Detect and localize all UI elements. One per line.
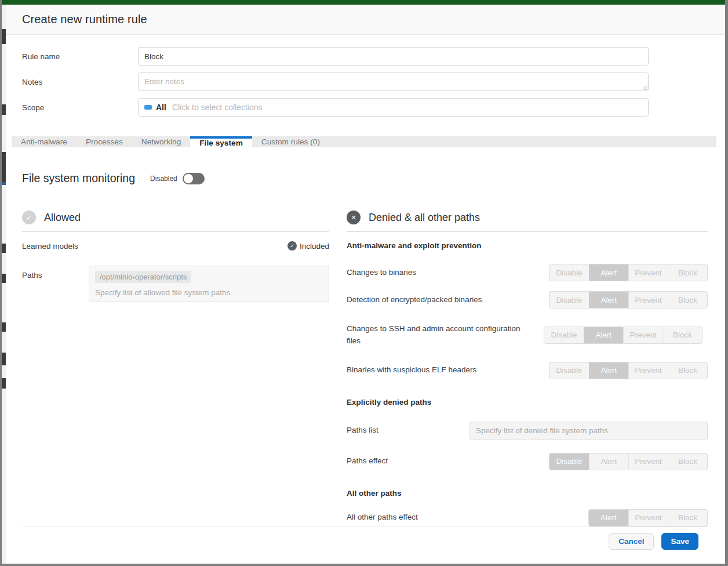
effect-block-button[interactable]: Block [663, 327, 702, 343]
encrypted-binaries-effect-group: Disable Alert Prevent Block [549, 291, 708, 309]
background-fragment [2, 244, 6, 253]
denied-section: Denied & all other paths Anti-malware an… [347, 211, 708, 527]
background-fragment [2, 353, 6, 365]
effect-disable-button[interactable]: Disable [549, 453, 589, 470]
changes-to-binaries-effect-group: Disable Alert Prevent Block [549, 264, 708, 281]
paths-list-label: Paths list [347, 424, 469, 437]
rule-name-label: Rule name [22, 52, 138, 61]
effect-block-button[interactable]: Block [668, 264, 707, 281]
background-fragment [2, 378, 6, 389]
effect-disable-button[interactable]: Disable [549, 362, 589, 379]
effect-disable-button[interactable]: Disable [544, 327, 584, 343]
changes-to-binaries-row: Changes to binaries Disable Alert Preven… [347, 264, 708, 281]
effect-alert-button[interactable]: Alert [589, 453, 628, 470]
monitoring-title: File system monitoring [22, 172, 135, 185]
effect-prevent-button[interactable]: Prevent [628, 510, 668, 526]
antimalware-heading: Anti-malware and exploit prevention [347, 241, 708, 250]
background-fragment [2, 322, 6, 332]
effect-block-button[interactable]: Block [668, 292, 707, 308]
effect-alert-button[interactable]: Alert [589, 362, 628, 379]
background-fragment [2, 29, 6, 44]
paths-list-row: Paths list [347, 422, 708, 440]
scope-collections-field[interactable]: All Click to select collections [138, 98, 649, 117]
encrypted-binaries-label: Detection of encrypted/packed binaries [347, 294, 549, 306]
background-fragment [2, 104, 6, 115]
rule-name-row: Rule name [22, 47, 725, 66]
effect-prevent-button[interactable]: Prevent [628, 362, 668, 379]
denied-title: Denied & all other paths [369, 212, 480, 224]
background-fragment [2, 152, 6, 182]
ssh-config-label: Changes to SSH and admin account configu… [347, 323, 544, 347]
allowed-header: Allowed [22, 211, 329, 232]
effect-disable-button[interactable]: Disable [549, 264, 589, 281]
ssh-config-row: Changes to SSH and admin account configu… [347, 323, 708, 347]
denied-paths-input[interactable] [469, 422, 708, 440]
background-page-sliver [2, 5, 6, 564]
tab-anti-malware[interactable]: Anti-malware [12, 136, 77, 147]
dialog-header: Create new runtime rule [6, 5, 725, 35]
paths-effect-label: Paths effect [347, 455, 549, 467]
rule-meta-form: Rule name Notes Scope All Click to selec… [6, 35, 725, 124]
all-other-paths-effect-group: Alert Prevent Block [588, 509, 708, 527]
dialog-footer: Cancel Save [22, 527, 708, 556]
effect-alert-button[interactable]: Alert [584, 327, 623, 343]
effect-alert-button[interactable]: Alert [589, 510, 628, 526]
denied-x-icon [347, 211, 361, 224]
background-fragment [2, 182, 6, 185]
toggle-knob [184, 174, 193, 183]
rule-tabs: Anti-malware Processes Networking File s… [12, 136, 716, 147]
scope-placeholder: Click to select collections [172, 103, 263, 112]
top-brand-bar [0, 0, 728, 5]
effect-block-button[interactable]: Block [668, 510, 707, 526]
included-check-icon [287, 241, 297, 251]
notes-row: Notes [22, 72, 725, 91]
allowed-title: Allowed [44, 212, 81, 224]
allowed-check-icon [22, 211, 36, 224]
monitoring-header-row: File system monitoring Disabled [22, 172, 708, 185]
encrypted-binaries-row: Detection of encrypted/packed binaries D… [347, 291, 708, 309]
scope-label: Scope [22, 103, 138, 112]
tab-networking[interactable]: Networking [132, 136, 190, 147]
create-runtime-rule-dialog: Create new runtime rule Rule name Notes … [6, 5, 725, 564]
app-window: Create new runtime rule Rule name Notes … [0, 0, 728, 566]
collection-swatch-icon [144, 105, 152, 110]
scope-row: Scope All Click to select collections [22, 98, 725, 117]
effect-block-button[interactable]: Block [668, 362, 707, 379]
elf-headers-row: Binaries with suspicious ELF headers Dis… [347, 362, 708, 379]
effect-prevent-button[interactable]: Prevent [628, 292, 668, 308]
allowed-path-chip[interactable]: /opt/minio-operator/scripts [95, 271, 191, 283]
explicitly-denied-heading: Explicitly denied paths [347, 398, 708, 407]
tab-custom-rules[interactable]: Custom rules (0) [252, 136, 329, 147]
scope-selected-value: All [156, 103, 166, 112]
cancel-button[interactable]: Cancel [609, 533, 654, 550]
rule-name-input[interactable] [138, 47, 649, 66]
file-system-panel: File system monitoring Disabled Allowed … [6, 147, 725, 565]
save-button[interactable]: Save [661, 533, 698, 550]
background-fragment [2, 274, 6, 283]
tab-processes[interactable]: Processes [77, 136, 132, 147]
monitoring-toggle[interactable] [183, 173, 205, 184]
effect-prevent-button[interactable]: Prevent [628, 453, 668, 470]
footer-spacer [22, 556, 708, 565]
changes-to-binaries-label: Changes to binaries [347, 267, 549, 279]
effect-disable-button[interactable]: Disable [549, 292, 589, 308]
elf-headers-label: Binaries with suspicious ELF headers [347, 364, 549, 376]
learned-models-status: Included [287, 241, 329, 251]
tab-file-system[interactable]: File system [190, 136, 252, 147]
notes-input[interactable] [138, 72, 649, 91]
allowed-paths-placeholder: Specify list of allowed file system path… [95, 288, 323, 297]
allowed-paths-input[interactable]: /opt/minio-operator/scripts Specify list… [89, 266, 329, 302]
learned-models-label: Learned models [22, 242, 78, 251]
effect-block-button[interactable]: Block [668, 453, 707, 470]
paths-effect-row: Paths effect Disable Alert Prevent Block [347, 453, 708, 470]
effect-prevent-button[interactable]: Prevent [628, 264, 668, 281]
effect-alert-button[interactable]: Alert [589, 292, 628, 308]
denied-header: Denied & all other paths [347, 211, 708, 232]
allowed-paths-row: Paths /opt/minio-operator/scripts Specif… [22, 266, 329, 302]
effect-alert-button[interactable]: Alert [589, 264, 628, 281]
allowed-paths-label: Paths [22, 266, 89, 302]
paths-effect-group: Disable Alert Prevent Block [549, 453, 708, 470]
effect-prevent-button[interactable]: Prevent [623, 327, 663, 343]
all-other-paths-effect-row: All other paths effect Alert Prevent Blo… [347, 509, 708, 527]
all-other-paths-effect-label: All other paths effect [347, 511, 588, 524]
